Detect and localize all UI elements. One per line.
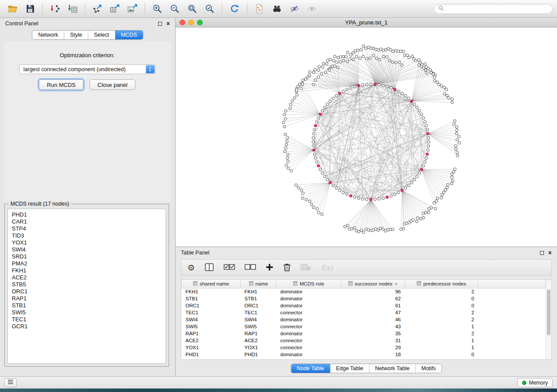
table-vertical-scrollbar[interactable] [546, 280, 551, 359]
table-cell: ACE2 [241, 337, 277, 344]
close-panel-icon[interactable]: × [166, 21, 170, 27]
mcds-result-item[interactable]: SWI5 [8, 309, 166, 316]
zoom-selected-button[interactable] [201, 1, 218, 16]
mcds-result-item[interactable]: SWI4 [8, 246, 166, 253]
export-table-button[interactable] [107, 1, 123, 16]
float-panel-icon[interactable] [158, 22, 162, 26]
mcds-result-item[interactable]: SRD1 [8, 253, 166, 260]
mcds-result-item[interactable]: STB5 [8, 281, 166, 288]
table-row[interactable]: ACE2ACE2connector311 [182, 337, 546, 344]
mcds-result-item[interactable]: RAP1 [8, 295, 166, 302]
table-row[interactable]: FKH1FKH1dominator962 [182, 288, 546, 295]
column-header-successor-nodes[interactable]: successor nodes∨ [341, 280, 405, 288]
mcds-result-item[interactable]: YOX1 [8, 239, 166, 246]
zoom-fit-button[interactable] [184, 1, 201, 16]
table-row[interactable]: SWI4SWI4dominator462 [182, 316, 546, 323]
table-cell: 47 [341, 309, 405, 316]
delete-column-button[interactable] [283, 261, 291, 274]
table-cell: 46 [341, 316, 405, 323]
select-all-columns-button[interactable] [224, 261, 235, 274]
copy-style-button[interactable] [251, 1, 268, 16]
memory-button[interactable]: Memory [517, 378, 553, 387]
table-row[interactable]: STB1STB1dominator620 [182, 295, 546, 302]
mcds-result-item[interactable]: STB1 [8, 302, 166, 309]
mcds-result-item[interactable]: TEC1 [8, 316, 166, 323]
mcds-result-list[interactable]: PHD1CAR1STP4TID3YOX1SWI4SRD1PMA2FKH1ACE2… [7, 209, 166, 364]
table-cell-filler [478, 330, 546, 337]
column-header-predecessor-nodes[interactable]: predecessor nodes [405, 280, 478, 288]
mcds-result-item[interactable]: ORC1 [8, 288, 166, 295]
zoom-out-icon [170, 3, 180, 14]
table-cell-filler [478, 309, 546, 316]
table-cell: dominator [277, 330, 341, 337]
binoculars-icon [272, 3, 282, 14]
mcds-result-item[interactable]: STP4 [8, 225, 166, 232]
show-all-button[interactable] [304, 1, 320, 16]
open-session-button[interactable] [4, 1, 21, 16]
network-canvas[interactable] [176, 28, 556, 246]
column-header-shared-name[interactable]: shared name [182, 280, 241, 288]
create-column-button[interactable] [266, 261, 273, 274]
criterion-select[interactable]: largest connected component (undirected)… [19, 64, 156, 74]
table-row[interactable]: SWI5SWI5connector431 [182, 323, 546, 330]
first-neighbors-button[interactable] [269, 1, 285, 16]
tab-network[interactable]: Network [32, 31, 64, 39]
close-mcds-panel-button[interactable]: Close panel [90, 79, 135, 90]
import-table-button[interactable] [64, 1, 81, 16]
mcds-result-item[interactable]: FKH1 [8, 267, 166, 274]
table-cell: 96 [341, 288, 405, 295]
table-cell: FKH1 [241, 288, 277, 295]
tab-node-table[interactable]: Node Table [291, 364, 330, 373]
window-close-light[interactable] [180, 20, 185, 25]
mcds-result-item[interactable]: ACE2 [8, 274, 166, 281]
table-cell: 0 [405, 302, 478, 309]
show-columns-button[interactable] [204, 261, 214, 274]
float-table-panel-icon[interactable] [540, 251, 544, 255]
table-column-icon [249, 281, 253, 286]
eye-slash-icon [289, 3, 300, 14]
save-session-button[interactable] [22, 1, 38, 16]
mcds-result-item[interactable]: PHD1 [8, 211, 166, 218]
deselect-all-columns-button[interactable] [245, 261, 256, 274]
tab-select[interactable]: Select [88, 31, 115, 39]
zoom-selected-icon [204, 3, 215, 14]
status-menu-button[interactable] [4, 378, 17, 387]
tab-style[interactable]: Style [64, 31, 88, 39]
table-row[interactable]: PHD1PHD1dominator180 [182, 351, 546, 358]
tab-edge-table[interactable]: Edge Table [330, 364, 369, 373]
delete-table-button [301, 261, 311, 274]
column-header-mcds-role[interactable]: MCDS role [277, 280, 341, 288]
save-icon [25, 3, 35, 14]
table-row[interactable]: YOX1YOX1connector291 [182, 344, 546, 351]
mcds-result-item[interactable]: PMA2 [8, 260, 166, 267]
mcds-result-item[interactable]: GCR1 [8, 323, 166, 330]
table-row[interactable]: RAP1RAP1dominator352 [182, 330, 546, 337]
run-mcds-button[interactable]: Run MCDS [39, 79, 83, 90]
tab-mcds[interactable]: MCDS [115, 31, 143, 39]
tab-motifs[interactable]: Motifs [415, 364, 441, 373]
table-settings-button[interactable]: ⚙ [187, 261, 195, 274]
close-table-panel-icon[interactable]: × [548, 250, 552, 256]
window-minimize-light[interactable] [188, 20, 194, 25]
column-header-name[interactable]: name [241, 280, 277, 288]
table-cell: 1 [405, 344, 478, 351]
scrollbar-thumb[interactable] [547, 289, 550, 335]
zoom-in-button[interactable] [149, 1, 166, 16]
search-input[interactable] [446, 6, 548, 12]
mcds-result-item[interactable]: CAR1 [8, 218, 166, 225]
mcds-result-item[interactable]: TID3 [8, 232, 166, 239]
window-maximize-light[interactable] [197, 20, 203, 25]
export-network-button[interactable] [89, 1, 106, 16]
table-cell-filler [478, 316, 546, 323]
tab-network-table[interactable]: Network Table [369, 364, 415, 373]
table-row[interactable]: TEC1TEC1connector472 [182, 309, 546, 316]
control-panel-title: Control Panel [5, 21, 154, 27]
table-row[interactable]: ORC1ORC1dominator610 [182, 302, 546, 309]
zoom-out-button[interactable] [166, 1, 183, 16]
import-network-button[interactable] [47, 1, 63, 16]
table-cell-filler [478, 351, 546, 358]
hide-selected-button[interactable] [286, 1, 303, 16]
criterion-selected-value: largest connected component (undirected) [24, 66, 126, 72]
export-image-button[interactable] [124, 1, 141, 16]
refresh-view-button[interactable] [226, 1, 243, 16]
